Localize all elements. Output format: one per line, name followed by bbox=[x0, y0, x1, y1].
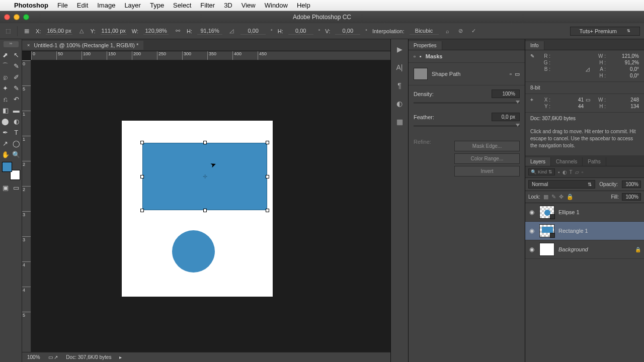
macos-menubar[interactable]: Photoshop File Edit Image Layer Type Sel… bbox=[0, 0, 644, 11]
blur-tool-icon[interactable]: ⬤ bbox=[0, 116, 11, 127]
quickmask-icon[interactable]: ▣ bbox=[0, 182, 11, 193]
foreground-color[interactable] bbox=[2, 162, 12, 172]
toolbox-tab-icon[interactable]: ›› bbox=[4, 41, 19, 47]
color-range-button[interactable]: Color Range... bbox=[454, 153, 520, 164]
artboard-tool-icon[interactable]: ↖ bbox=[11, 49, 22, 60]
fill-field[interactable]: 100% bbox=[622, 193, 641, 201]
eraser-tool-icon[interactable]: ◧ bbox=[0, 105, 11, 116]
mask-pixel-icon[interactable]: ▪ bbox=[420, 53, 422, 59]
filter-smart-icon[interactable]: ▫ bbox=[582, 169, 584, 175]
mask-edge-button[interactable]: Mask Edge... bbox=[454, 141, 520, 151]
tab-info[interactable]: Info bbox=[525, 41, 544, 50]
x-field[interactable]: 165,00 px bbox=[46, 27, 72, 35]
add-mask-icon[interactable]: ▫ bbox=[510, 71, 512, 77]
invert-button[interactable]: Invert bbox=[454, 166, 520, 176]
layer-row[interactable]: ◉ Background 🔒 bbox=[525, 240, 644, 259]
filter-type-icon[interactable]: T bbox=[570, 169, 573, 175]
paragraph-icon[interactable]: ¶ bbox=[394, 80, 405, 90]
stamp-tool-icon[interactable]: ⎌ bbox=[0, 94, 11, 105]
menu-file[interactable]: File bbox=[57, 2, 68, 9]
shape-thumb[interactable] bbox=[414, 68, 428, 80]
dodge-tool-icon[interactable]: ◐ bbox=[11, 116, 22, 127]
layer-thumb[interactable] bbox=[539, 206, 554, 219]
angle-field[interactable]: 0,00 bbox=[240, 27, 266, 35]
history-brush-tool-icon[interactable]: ↶ bbox=[11, 94, 22, 105]
menu-view[interactable]: View bbox=[242, 2, 256, 9]
adjustments-icon[interactable]: ◐ bbox=[394, 99, 405, 109]
lock-pixels-icon[interactable]: ✎ bbox=[551, 194, 556, 200]
menu-filter[interactable]: Filter bbox=[200, 2, 215, 9]
menu-3d[interactable]: 3D bbox=[224, 2, 232, 9]
visibility-icon[interactable]: ◉ bbox=[528, 227, 535, 234]
layer-thumb[interactable] bbox=[539, 243, 554, 256]
canvas[interactable]: ✛ ➤ bbox=[31, 60, 390, 352]
menu-window[interactable]: Window bbox=[265, 2, 288, 9]
layer-name[interactable]: Rectangle 1 bbox=[558, 228, 588, 234]
status-arrow-icon[interactable]: ▸ bbox=[119, 354, 122, 360]
h-field[interactable]: 91,16% bbox=[197, 27, 222, 35]
shape-tool-icon[interactable]: ◯ bbox=[11, 138, 22, 149]
lock-transparent-icon[interactable]: ▩ bbox=[543, 194, 548, 200]
layer-row[interactable]: ◉ Rectangle 1 bbox=[525, 222, 644, 240]
ruler-vertical[interactable]: 0 5 1 1 2 2 3 3 4 4 5 bbox=[22, 60, 31, 352]
menu-type[interactable]: Type bbox=[150, 2, 164, 9]
select-mask-icon[interactable]: ▭ bbox=[515, 71, 520, 77]
skew-v-field[interactable]: 0,00 bbox=[335, 27, 360, 35]
lasso-tool-icon[interactable]: ⌒ bbox=[0, 60, 11, 71]
menu-select[interactable]: Select bbox=[173, 2, 191, 9]
app-name[interactable]: Photoshop bbox=[14, 2, 48, 9]
skew-h-field[interactable]: 0,00 bbox=[288, 27, 313, 35]
move-tool-icon[interactable]: ⬈ bbox=[0, 49, 11, 60]
menu-image[interactable]: Image bbox=[97, 2, 115, 9]
healing-tool-icon[interactable]: ✦ bbox=[0, 82, 11, 94]
menu-layer[interactable]: Layer bbox=[124, 2, 141, 9]
brush-tool-icon[interactable]: ✎ bbox=[11, 82, 22, 94]
opacity-field[interactable]: 100% bbox=[622, 180, 641, 188]
filter-adjust-icon[interactable]: ◐ bbox=[562, 169, 567, 175]
feather-field[interactable]: 0,0 px bbox=[492, 113, 520, 121]
layer-row[interactable]: ◉ Ellipse 1 bbox=[525, 203, 644, 222]
filter-shape-icon[interactable]: ▱ bbox=[575, 169, 579, 175]
character-icon[interactable]: A| bbox=[394, 62, 405, 72]
artboard[interactable]: ✛ bbox=[122, 121, 273, 297]
interpolation-select[interactable]: Bicubic bbox=[410, 27, 439, 35]
layer-name[interactable]: Background bbox=[558, 246, 588, 252]
tab-channels[interactable]: Channels bbox=[551, 157, 583, 166]
feather-slider[interactable] bbox=[414, 125, 520, 127]
visibility-icon[interactable]: ◉ bbox=[528, 209, 535, 216]
pen-tool-icon[interactable]: ✒ bbox=[0, 127, 11, 138]
menu-help[interactable]: Help bbox=[297, 2, 310, 9]
ellipse-shape[interactable] bbox=[172, 230, 215, 273]
filter-pixel-icon[interactable]: ▪ bbox=[558, 169, 560, 175]
swatches-icon[interactable]: ▦ bbox=[394, 117, 405, 127]
mask-box-icon[interactable]: ▫ bbox=[414, 53, 416, 59]
quick-select-tool-icon[interactable]: ✎ bbox=[11, 60, 22, 71]
tab-properties[interactable]: Properties bbox=[409, 41, 442, 50]
hand-tool-icon[interactable]: ✋ bbox=[0, 149, 11, 160]
color-swatches[interactable] bbox=[2, 162, 20, 180]
cancel-transform-icon[interactable]: ⊘ bbox=[457, 27, 465, 35]
zoom-level[interactable]: 100% bbox=[27, 354, 40, 360]
play-icon[interactable]: ▶ bbox=[394, 44, 405, 54]
doc-info[interactable]: Doc: 307,6K/0 bytes bbox=[66, 354, 111, 360]
link-icon[interactable]: ⚯ bbox=[174, 27, 182, 35]
commit-transform-icon[interactable]: ✓ bbox=[470, 27, 478, 35]
visibility-icon[interactable]: ◉ bbox=[528, 246, 535, 253]
path-select-tool-icon[interactable]: ↗ bbox=[0, 138, 11, 149]
lock-position-icon[interactable]: ✥ bbox=[559, 194, 564, 200]
menu-edit[interactable]: Edit bbox=[77, 2, 88, 9]
tab-paths[interactable]: Paths bbox=[583, 157, 606, 166]
layer-name[interactable]: Ellipse 1 bbox=[558, 209, 580, 215]
density-slider[interactable] bbox=[414, 102, 520, 104]
blend-mode-select[interactable]: Normal⇅ bbox=[528, 180, 595, 189]
layer-thumb[interactable] bbox=[539, 224, 554, 237]
rectangle-shape[interactable] bbox=[142, 143, 267, 210]
transform-tool-icon[interactable]: ⬚ bbox=[4, 27, 12, 35]
type-tool-icon[interactable]: T bbox=[11, 127, 22, 138]
document-tab[interactable]: × Untitled-1 @ 100% (Rectangle 1, RGB/8)… bbox=[22, 41, 143, 50]
tab-layers[interactable]: Layers bbox=[525, 157, 551, 166]
layer-kind-filter[interactable]: 🔍Kind⇅ bbox=[528, 168, 555, 175]
warp-icon[interactable]: ⌕ bbox=[444, 27, 452, 35]
screenmode-icon[interactable]: ▭ bbox=[11, 182, 22, 193]
status-icon[interactable]: ▭ ↗ bbox=[48, 354, 58, 360]
